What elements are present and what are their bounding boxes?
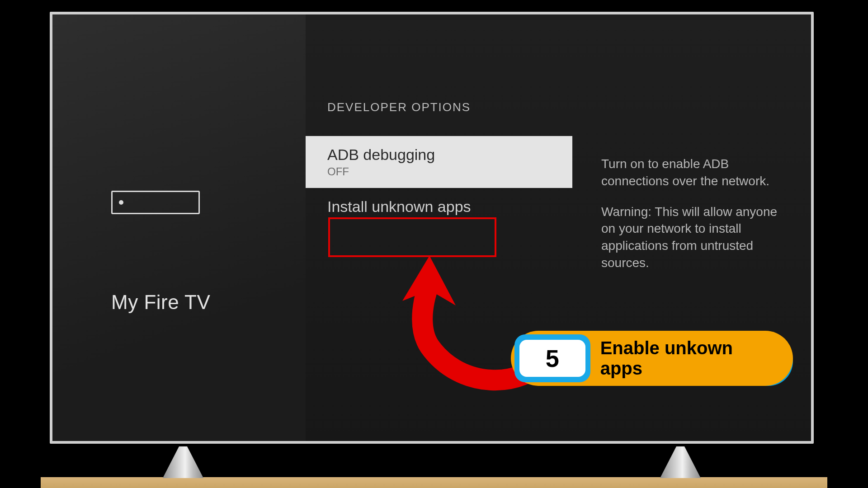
description-pane: Turn on to enable ADB connections over t… [572, 14, 811, 441]
tv-stand [41, 477, 827, 488]
firetv-stick-icon [111, 191, 200, 214]
left-pane: My Fire TV [52, 14, 306, 441]
tv-leg-right [660, 446, 701, 478]
firetv-screen: My Fire TV DEVELOPER OPTIONS ADB debuggi… [52, 14, 811, 441]
description-line-1: Turn on to enable ADB connections over t… [601, 155, 789, 190]
option-value: OFF [327, 165, 551, 178]
page-title: My Fire TV [111, 291, 306, 314]
option-label: ADB debugging [327, 146, 435, 163]
option-install-unknown-apps[interactable]: Install unknown apps [306, 188, 572, 225]
description-line-2: Warning: This will allow anyone on your … [601, 203, 789, 272]
options-pane: DEVELOPER OPTIONS ADB debugging OFF Inst… [306, 14, 572, 441]
tv-frame: My Fire TV DEVELOPER OPTIONS ADB debuggi… [50, 12, 814, 444]
tv-leg-left [163, 446, 203, 478]
option-adb-debugging[interactable]: ADB debugging OFF [306, 136, 572, 188]
option-label: Install unknown apps [327, 198, 471, 215]
section-header: DEVELOPER OPTIONS [306, 100, 572, 136]
